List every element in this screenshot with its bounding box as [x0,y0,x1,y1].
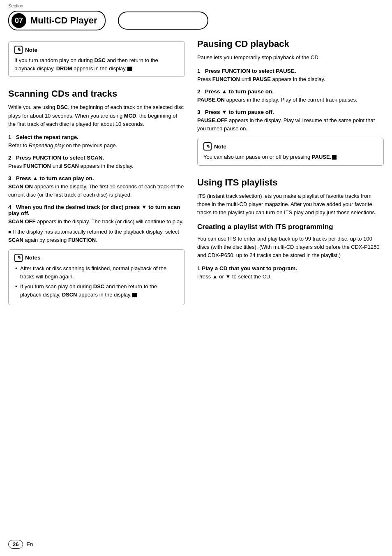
header-right-decoration [118,12,208,30]
scanning-bullets: After track or disc scanning is finished… [14,264,179,299]
note-body: If you turn random play on during DSC an… [14,56,179,72]
note-box-pause: ✎ Note You can also turn pause on or off… [197,138,384,166]
pause-step-3-title: 3 Press ▼ to turn pause off. [197,109,384,115]
note-header: ✎ Note [14,46,179,54]
pausing-intro: Pause lets you temporarily stop playback… [197,53,384,62]
notes-box-scanning: ✎ Notes After track or disc scanning is … [8,249,185,306]
section-title-pill: 07 Multi-CD Player [8,11,106,30]
note-box-random-play: ✎ Note If you turn random play on during… [8,41,185,77]
its-step-1-body: Press ▲ or ▼ to select the CD. [197,273,384,281]
scanning-intro: While you are using DSC, the beginning o… [8,103,185,128]
notes-icon-scanning: ✎ [14,254,23,262]
scan-step-1: 1 Select the repeat range. Refer to Repe… [8,134,185,150]
pausing-heading: Pausing CD playback [197,39,384,49]
scan-step-1-body: Refer to Repeating play on the previous … [8,141,185,150]
pause-step-1-body: Press FUNCTION until PAUSE appears in th… [197,75,384,83]
pause-step-1: 1 Press FUNCTION to select PAUSE. Press … [197,68,384,83]
pause-step-2: 2 Press ▲ to turn pause on. PAUSE.ON app… [197,88,384,104]
scan-step-3-body: SCAN ON appears in the display. The firs… [8,183,185,199]
page-title: Multi-CD Player [30,15,97,26]
right-column: Pausing CD playback Pause lets you tempo… [197,37,384,317]
scanning-bullet-2: If you turn scan play on during DSC and … [14,283,179,299]
scan-step-4-body: SCAN OFF appears in the display. The tra… [8,218,185,244]
its-intro: ITS (instant track selection) lets you m… [197,192,384,217]
note-icon: ✎ [14,46,23,54]
scan-step-3-title: 3 Press ▲ to turn scan play on. [8,175,185,181]
main-content: ✎ Note If you turn random play on during… [0,33,392,325]
its-heading: Using ITS playlists [197,177,384,188]
its-creating-intro: You can use ITS to enter and play back u… [197,235,384,259]
notes-label-scanning: Notes [25,255,41,261]
scanning-bullet-1: After track or disc scanning is finished… [14,264,179,281]
pause-step-3-body: PAUSE.OFF appears in the display. Play w… [197,116,384,133]
scan-step-1-title: 1 Select the repeat range. [8,134,185,140]
its-step-1: 1 Play a CD that you want to program. Pr… [197,265,384,281]
language-label: En [26,541,33,547]
note-text-pause: You can also turn pause on or off by pre… [203,153,378,161]
scan-step-4-title: 4 When you find the desired track (or di… [8,204,185,216]
note-icon-pause: ✎ [203,142,212,151]
page-footer: 26 En [8,540,33,549]
scan-step-2-title: 2 Press FUNCTION to select SCAN. [8,155,185,161]
left-column: ✎ Note If you turn random play on during… [8,37,185,317]
note-label: Note [25,47,37,53]
scan-step-4: 4 When you find the desired track (or di… [8,204,185,244]
section-number: 07 [12,13,26,28]
note-header-pause: ✎ Note [203,142,378,151]
note-label-pause: Note [214,144,226,150]
pause-step-2-title: 2 Press ▲ to turn pause on. [197,88,384,95]
its-step-1-title: 1 Play a CD that you want to program. [197,265,384,271]
scanning-heading: Scanning CDs and tracks [8,88,185,99]
pause-step-1-title: 1 Press FUNCTION to select PAUSE. [197,68,384,74]
pause-step-3: 3 Press ▼ to turn pause off. PAUSE.OFF a… [197,109,384,133]
scan-step-2: 2 Press FUNCTION to select SCAN. Press F… [8,155,185,170]
pause-step-2-body: PAUSE.ON appears in the display. Play of… [197,96,384,104]
page-number: 26 [8,540,23,549]
notes-header-scanning: ✎ Notes [14,254,179,262]
page-header: Section 07 Multi-CD Player [0,0,392,33]
scan-step-2-body: Press FUNCTION until SCAN appears in the… [8,162,185,170]
section-label: Section [8,3,23,8]
scan-step-3: 3 Press ▲ to turn scan play on. SCAN ON … [8,175,185,199]
its-creating-heading: Creating a playlist with ITS programming [197,222,384,231]
